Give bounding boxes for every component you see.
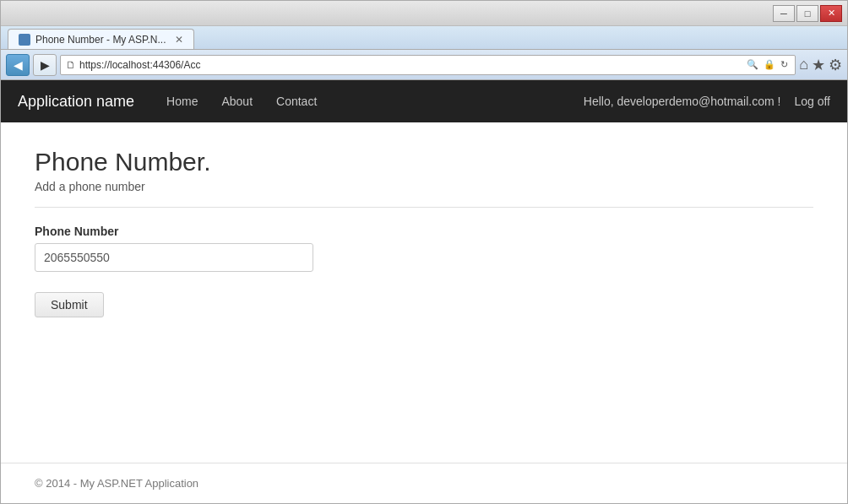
nav-home[interactable]: Home bbox=[155, 80, 209, 122]
phone-input[interactable] bbox=[35, 243, 313, 272]
refresh-icon[interactable]: ↻ bbox=[779, 59, 790, 70]
app-brand[interactable]: Application name bbox=[18, 93, 134, 111]
address-actions: 🔍 🔒 ↻ bbox=[745, 59, 790, 70]
footer-text: © 2014 - My ASP.NET Application bbox=[35, 477, 198, 490]
settings-icon[interactable]: ⚙ bbox=[829, 56, 842, 74]
tab-title: Phone Number - My ASP.N... bbox=[35, 34, 166, 46]
title-bar: ─ □ ✕ bbox=[1, 1, 847, 26]
tab-favicon-icon bbox=[19, 34, 30, 46]
browser-actions: ⌂ ★ ⚙ bbox=[799, 56, 842, 74]
divider bbox=[35, 207, 813, 208]
submit-button[interactable]: Submit bbox=[35, 292, 104, 317]
navbar-right: Hello, developerdemo@hotmail.com ! Log o… bbox=[584, 95, 830, 108]
nav-contact[interactable]: Contact bbox=[264, 80, 329, 122]
forward-button[interactable]: ▶ bbox=[33, 54, 57, 76]
content-area: Application name Home About Contact Hell… bbox=[1, 80, 847, 503]
address-bar[interactable]: 🗋 https://localhost:44306/Acc 🔍 🔒 ↻ bbox=[60, 55, 796, 75]
window-controls: ─ □ ✕ bbox=[773, 5, 842, 22]
page-subtitle: Add a phone number bbox=[35, 180, 813, 193]
address-page-icon: 🗋 bbox=[66, 59, 76, 71]
tab-close-icon[interactable]: ✕ bbox=[175, 34, 183, 46]
favorites-icon[interactable]: ★ bbox=[812, 56, 825, 74]
minimize-button[interactable]: ─ bbox=[773, 5, 795, 22]
page-content: Phone Number. Add a phone number Phone N… bbox=[1, 122, 847, 463]
user-greeting: Hello, developerdemo@hotmail.com ! bbox=[584, 95, 781, 108]
nav-links: Home About Contact bbox=[155, 80, 329, 122]
tab-bar: Phone Number - My ASP.N... ✕ bbox=[1, 26, 847, 50]
back-button[interactable]: ◀ bbox=[6, 54, 30, 76]
nav-about[interactable]: About bbox=[209, 80, 264, 122]
form-group-phone: Phone Number bbox=[35, 225, 813, 272]
search-icon[interactable]: 🔍 bbox=[745, 59, 760, 70]
address-bar-row: ◀ ▶ 🗋 https://localhost:44306/Acc 🔍 🔒 ↻ … bbox=[1, 50, 847, 80]
home-icon[interactable]: ⌂ bbox=[799, 56, 808, 73]
phone-label: Phone Number bbox=[35, 225, 813, 238]
lock-icon: 🔒 bbox=[762, 59, 777, 70]
page-footer: © 2014 - My ASP.NET Application bbox=[1, 463, 847, 503]
browser-tab[interactable]: Phone Number - My ASP.N... ✕ bbox=[8, 29, 194, 49]
address-url: https://localhost:44306/Acc bbox=[79, 59, 742, 71]
logoff-link[interactable]: Log off bbox=[794, 95, 830, 108]
page-title: Phone Number. bbox=[35, 148, 813, 176]
browser-window: ─ □ ✕ Phone Number - My ASP.N... ✕ ◀ ▶ 🗋… bbox=[0, 0, 848, 504]
close-button[interactable]: ✕ bbox=[820, 5, 842, 22]
maximize-button[interactable]: □ bbox=[796, 5, 818, 22]
app-navbar: Application name Home About Contact Hell… bbox=[1, 80, 847, 122]
